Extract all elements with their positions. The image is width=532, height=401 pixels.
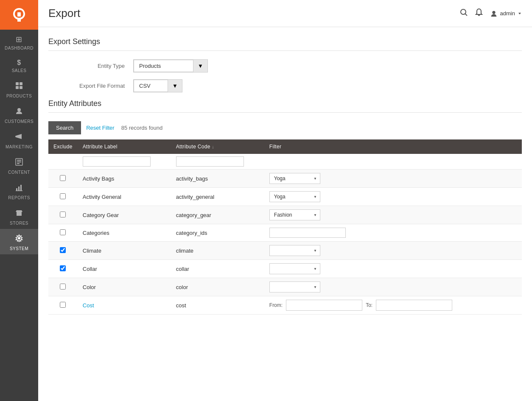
attr-code-cell: category_ids: [171, 224, 264, 242]
divider-1: [48, 50, 522, 51]
exclude-cell: [48, 188, 78, 206]
svg-point-6: [15, 136, 17, 137]
records-count: 85 records found: [121, 125, 163, 131]
file-format-dropdown-btn[interactable]: ▼: [168, 80, 182, 92]
svg-point-18: [461, 9, 466, 14]
sort-arrow-icon: ↓: [212, 144, 214, 149]
sidebar-item-stores[interactable]: STORES: [0, 203, 38, 229]
filter-cell: Yoga: [264, 188, 522, 206]
logo[interactable]: [0, 0, 38, 30]
exclude-checkbox[interactable]: [60, 265, 66, 271]
svg-rect-9: [17, 162, 21, 162]
filter-select[interactable]: Yoga: [269, 173, 320, 184]
exclude-checkbox[interactable]: [60, 302, 66, 308]
system-icon: [15, 234, 23, 245]
entity-type-dropdown-btn[interactable]: ▼: [193, 60, 207, 72]
sidebar: ⊞ DASHBOARD $ SALES PRODUCTS CUSTOMERS: [0, 0, 38, 401]
svg-rect-3: [16, 86, 19, 89]
filter-select[interactable]: Yoga: [269, 191, 320, 202]
attr-code-cell: climate: [171, 242, 264, 260]
bell-icon[interactable]: [475, 8, 483, 19]
from-label: From:: [269, 302, 283, 308]
file-format-control: CSV ▼: [133, 79, 182, 92]
attr-label-filter-input[interactable]: [83, 156, 151, 167]
sidebar-item-products[interactable]: PRODUCTS: [0, 76, 38, 102]
table-row: Collar collar: [48, 260, 522, 278]
exclude-checkbox[interactable]: [60, 247, 66, 253]
attr-code-cell: collar: [171, 260, 264, 278]
user-menu[interactable]: admin: [490, 10, 522, 17]
sidebar-item-dashboard[interactable]: ⊞ DASHBOARD: [0, 30, 38, 54]
file-format-label: Export File Format: [48, 83, 133, 89]
filter-exclude-cell: [48, 154, 78, 170]
table-row: Category Gear category_gear Fashion: [48, 206, 522, 224]
col-attribute-label: Attribute Label: [78, 139, 171, 154]
attr-code-cell: activity_general: [171, 188, 264, 206]
attributes-table: Exclude Attribute Label Attribute Code ↓…: [48, 139, 522, 315]
content-area: Export Settings Entity Type Products ▼ E…: [38, 27, 532, 325]
sidebar-item-system[interactable]: SYSTEM: [0, 229, 38, 254]
entity-type-control: Products ▼: [133, 59, 208, 72]
filter-attr-code-cell: [171, 154, 264, 170]
sidebar-item-content[interactable]: CONTENT: [0, 153, 38, 178]
svg-rect-10: [17, 163, 20, 164]
filter-select[interactable]: [269, 281, 320, 292]
marketing-icon: [15, 132, 23, 143]
sidebar-item-label: MARKETING: [6, 145, 33, 149]
attr-code-cell: cost: [171, 296, 264, 315]
sidebar-item-sales[interactable]: $ SALES: [0, 54, 38, 76]
cost-to-input[interactable]: [376, 300, 452, 311]
filter-cell: Yoga: [264, 170, 522, 188]
sidebar-item-customers[interactable]: CUSTOMERS: [0, 102, 38, 127]
attr-label-cell: Category Gear: [78, 206, 171, 224]
attr-label-cell: Color: [78, 278, 171, 296]
sidebar-item-marketing[interactable]: MARKETING: [0, 127, 38, 153]
filter-select[interactable]: [269, 263, 320, 274]
svg-rect-0: [17, 12, 21, 17]
exclude-checkbox[interactable]: [60, 175, 66, 181]
svg-point-5: [17, 108, 21, 111]
filter-cell: [264, 242, 522, 260]
search-button[interactable]: Search: [48, 121, 81, 134]
reset-filter-button[interactable]: Reset Filter: [86, 125, 114, 131]
stores-icon: [15, 209, 23, 219]
exclude-checkbox[interactable]: [60, 229, 66, 235]
sidebar-item-label: SALES: [12, 68, 27, 73]
attributes-table-wrapper: Exclude Attribute Label Attribute Code ↓…: [48, 139, 522, 315]
topbar: Export admin: [38, 0, 532, 27]
filter-cell: [264, 260, 522, 278]
svg-rect-2: [20, 82, 22, 85]
table-row: Activity General activity_general Yoga: [48, 188, 522, 206]
filter-select[interactable]: Fashion: [269, 209, 320, 220]
attr-label-cell: Collar: [78, 260, 171, 278]
table-row: Categories category_ids: [48, 224, 522, 242]
svg-rect-12: [18, 187, 20, 191]
attr-code-filter-input[interactable]: [176, 156, 244, 167]
exclude-cell: [48, 170, 78, 188]
attr-code-cell: activity_bags: [171, 170, 264, 188]
attr-label-cell: Categories: [78, 224, 171, 242]
sidebar-item-reports[interactable]: REPORTS: [0, 178, 38, 203]
entity-type-label: Entity Type: [48, 63, 133, 69]
main-content: Export admin: [38, 0, 532, 401]
content-icon: [15, 158, 23, 168]
divider-2: [48, 112, 522, 113]
exclude-checkbox[interactable]: [60, 284, 66, 290]
products-icon: [15, 81, 23, 92]
exclude-cell: [48, 278, 78, 296]
entity-attributes-section: Entity Attributes Search Reset Filter 85…: [48, 99, 522, 315]
cost-from-input[interactable]: [286, 300, 362, 311]
col-filter: Filter: [264, 139, 522, 154]
attr-label-cell: Cost: [78, 296, 171, 315]
filter-select[interactable]: [269, 245, 320, 256]
attr-code-cell: category_gear: [171, 206, 264, 224]
search-icon[interactable]: [459, 8, 468, 19]
table-row: Activity Bags activity_bags Yoga: [48, 170, 522, 188]
exclude-checkbox[interactable]: [60, 212, 66, 217]
entity-attributes-title: Entity Attributes: [48, 99, 522, 108]
exclude-checkbox[interactable]: [60, 193, 66, 199]
filter-text-input[interactable]: [269, 228, 346, 238]
topbar-actions: admin: [459, 8, 522, 19]
sidebar-item-label: CONTENT: [8, 170, 30, 175]
table-row: Cost cost From: To:: [48, 296, 522, 315]
